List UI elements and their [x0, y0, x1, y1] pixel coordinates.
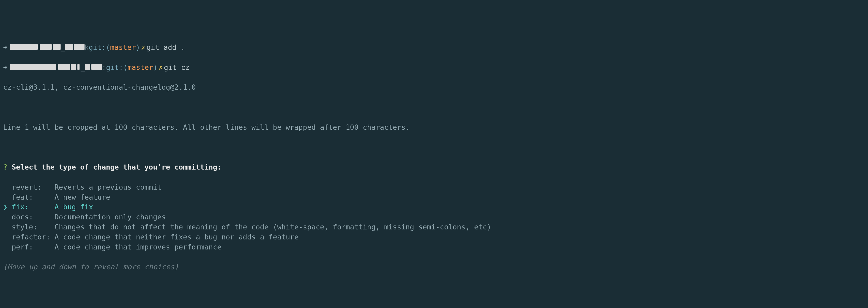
git-prefix: git:(	[89, 43, 110, 53]
redacted-text	[71, 64, 76, 70]
prompt-arrow-icon: ➜	[3, 62, 7, 73]
option-pointer-icon	[3, 213, 7, 221]
option-type: feat:	[12, 193, 50, 201]
option-item[interactable]: revert: Reverts a previous commit	[3, 182, 865, 192]
dark-suffix: :	[102, 62, 106, 73]
option-description: A bug fix	[55, 203, 93, 211]
git-branch: master	[110, 43, 136, 53]
prompt-arrow-icon: ➜	[3, 43, 7, 53]
version-info: cz-cli@3.1.1, cz-conventional-changelog@…	[3, 82, 865, 92]
redacted-text	[53, 44, 61, 50]
option-description: Changes that do not affect the meaning o…	[55, 223, 491, 231]
option-type: refactor:	[12, 233, 50, 241]
git-suffix: )	[153, 62, 157, 73]
option-pointer-icon	[3, 223, 7, 231]
option-type: docs:	[12, 213, 50, 221]
dirty-mark-icon: ✗	[141, 43, 145, 53]
option-item[interactable]: docs: Documentation only changes	[3, 212, 865, 222]
question-text: Select the type of change that you're co…	[12, 163, 222, 171]
git-prefix: git:(	[106, 62, 127, 73]
option-type: perf:	[12, 243, 50, 251]
redacted-text	[10, 64, 56, 70]
dirty-mark-icon: ✗	[158, 62, 163, 73]
option-description: Documentation only changes	[55, 213, 166, 221]
option-pointer-icon: ❯	[3, 203, 7, 211]
command-text: git add .	[147, 43, 185, 53]
option-pointer-icon	[3, 193, 7, 201]
blank-line	[3, 102, 865, 112]
option-pointer-icon	[3, 183, 7, 191]
redacted-text	[91, 64, 102, 70]
redacted-text	[40, 44, 52, 50]
command-text: git cz	[164, 62, 190, 73]
redacted-text	[74, 44, 85, 50]
dark-suffix: k	[85, 43, 89, 53]
option-item[interactable]: ❯ fix: A bug fix	[3, 202, 865, 212]
redacted-text	[58, 64, 70, 70]
git-suffix: )	[136, 43, 140, 53]
option-description: Reverts a previous commit	[55, 183, 161, 191]
question-mark-icon: ?	[3, 163, 7, 171]
option-description: A new feature	[55, 193, 110, 201]
option-item[interactable]: refactor: A code change that neither fix…	[3, 232, 865, 242]
option-item[interactable]: style: Changes that do not affect the me…	[3, 222, 865, 232]
redacted-text	[85, 64, 90, 70]
git-branch: master	[127, 62, 153, 73]
option-item[interactable]: feat: A new feature	[3, 192, 865, 202]
redacted-text	[65, 44, 73, 50]
prompt-line-1: ➜ _k git:(master) ✗ git add .	[3, 43, 865, 53]
redacted-text	[78, 64, 80, 70]
info-line: Line 1 will be cropped at 100 characters…	[3, 122, 865, 132]
option-type: style:	[12, 223, 50, 231]
question-line: ? Select the type of change that you're …	[3, 162, 865, 172]
navigation-hint: (Move up and down to reveal more choices…	[3, 262, 865, 272]
option-type: fix:	[12, 203, 50, 211]
option-description: A code change that neither fixes a bug n…	[55, 233, 299, 241]
prompt-line-2: ➜ _: git:(master) ✗ git cz	[3, 62, 865, 73]
options-list[interactable]: revert: Reverts a previous commit feat: …	[3, 182, 865, 252]
option-description: A code change that improves performance	[55, 243, 221, 251]
option-pointer-icon	[3, 233, 7, 241]
option-type: revert:	[12, 183, 50, 191]
option-pointer-icon	[3, 243, 7, 251]
redacted-text	[10, 44, 38, 50]
option-item[interactable]: perf: A code change that improves perfor…	[3, 242, 865, 252]
blank-line	[3, 142, 865, 152]
